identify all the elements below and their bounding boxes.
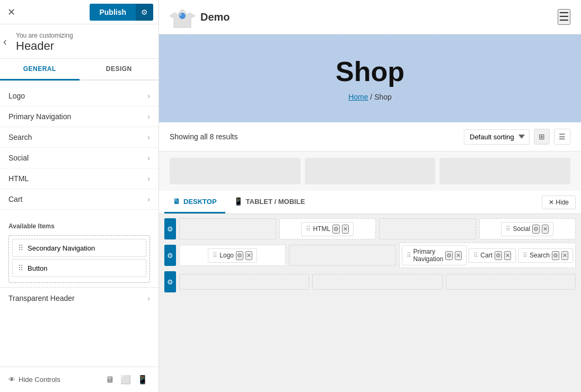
product-thumbnails — [159, 152, 581, 191]
drag-handle-icon: ⠿ — [407, 252, 411, 259]
tablet-view-button[interactable]: ⬜ — [118, 372, 133, 387]
section-title: Header — [16, 39, 150, 53]
widget-social-settings-button[interactable]: ⚙ — [532, 225, 540, 234]
menu-item-html[interactable]: HTML › — [0, 168, 159, 189]
widget-logo-settings-button[interactable]: ⚙ — [236, 251, 243, 260]
menu-item-search[interactable]: Search › — [0, 127, 159, 148]
row-cell-empty — [379, 218, 476, 239]
hero-breadcrumb: Home / Shop — [170, 93, 570, 101]
menu-items-list: Logo › Primary Navigation › Search › Soc… — [0, 81, 159, 215]
desktop-icon: 🖥 — [173, 197, 180, 206]
available-item-secondary-nav[interactable]: ⠿ Secondary Navigation — [12, 239, 146, 257]
row-cell-empty — [179, 218, 276, 239]
svg-point-0 — [179, 13, 186, 19]
tab-tablet-mobile[interactable]: 📱 TABLET / MOBILE — [225, 191, 314, 213]
row-cell-empty — [312, 274, 442, 290]
tab-desktop[interactable]: 🖥 DESKTOP — [164, 191, 225, 213]
back-button[interactable]: ‹ — [3, 35, 7, 48]
chevron-right-icon: › — [147, 174, 150, 183]
product-thumb — [305, 158, 436, 184]
publish-settings-button[interactable]: ⚙ — [136, 4, 153, 21]
row-cells-1: ⠿ HTML ⚙ ✕ ⠿ Social ⚙ ✕ — [179, 218, 576, 239]
drag-handle-icon: ⠿ — [473, 252, 478, 259]
hero-section: Shop Home / Shop — [159, 34, 581, 122]
gear-icon: ⚙ — [167, 252, 173, 260]
available-item-button[interactable]: ⠿ Button — [12, 259, 146, 277]
desktop-view-button[interactable]: 🖥 — [103, 372, 116, 387]
widget-social: ⠿ Social ⚙ ✕ — [501, 222, 553, 236]
row-cell-empty — [289, 245, 395, 266]
widget-primary-nav-remove-button[interactable]: ✕ — [455, 251, 462, 260]
gear-icon: ⚙ — [167, 225, 173, 233]
widget-search: ⠿ Search ⚙ ✕ — [518, 248, 573, 263]
available-items-section: Available Items ⠿ Secondary Navigation ⠿… — [0, 215, 159, 287]
hamburger-menu-button[interactable]: ☰ — [558, 9, 570, 25]
shop-toolbar: Showing all 8 results Default sorting ⊞ … — [159, 122, 581, 152]
available-items-box: ⠿ Secondary Navigation ⠿ Button — [8, 235, 150, 283]
hide-builder-button[interactable]: ✕ Hide — [542, 195, 576, 209]
builder-tabs: 🖥 DESKTOP 📱 TABLET / MOBILE ✕ Hide — [159, 191, 581, 214]
right-panel: Demo ☰ Shop Home / Shop Showing all 8 re… — [159, 0, 581, 392]
hero-title: Shop — [170, 56, 570, 87]
sort-select[interactable]: Default sorting — [464, 129, 530, 145]
widget-cart-remove-button[interactable]: ✕ — [504, 251, 511, 260]
builder-rows: ⚙ ⠿ HTML ⚙ ✕ ⠿ — [159, 214, 581, 297]
chevron-right-icon: › — [147, 195, 150, 203]
gear-icon: ⚙ — [167, 278, 173, 286]
list-view-button[interactable]: ☰ — [554, 129, 570, 145]
menu-item-social[interactable]: Social › — [0, 148, 159, 168]
menu-item-primary-navigation[interactable]: Primary Navigation › — [0, 106, 159, 127]
widget-search-settings-button[interactable]: ⚙ — [552, 251, 559, 260]
publish-area: Publish ⚙ — [90, 4, 153, 21]
grid-view-button[interactable]: ⊞ — [534, 129, 550, 145]
left-panel: ✕ Publish ⚙ ‹ You are customizing Header… — [0, 0, 159, 392]
drag-handle-icon: ⠿ — [213, 252, 217, 259]
widget-html-remove-button[interactable]: ✕ — [342, 225, 349, 234]
menu-item-logo[interactable]: Logo › — [0, 86, 159, 106]
row-cell-multi-widgets: ⠿ Primary Navigation ⚙ ✕ ⠿ Cart ⚙ ✕ — [399, 243, 576, 268]
site-header: Demo ☰ — [159, 0, 581, 34]
widget-social-remove-button[interactable]: ✕ — [542, 225, 549, 234]
widget-html-settings-button[interactable]: ⚙ — [332, 225, 340, 234]
row-settings-button-3[interactable]: ⚙ — [164, 271, 176, 292]
tab-general[interactable]: GENERAL — [0, 59, 80, 81]
publish-button[interactable]: Publish — [90, 4, 136, 21]
site-logo: Demo — [170, 4, 230, 30]
widget-cart-settings-button[interactable]: ⚙ — [495, 251, 502, 260]
drag-handle-icon: ⠿ — [306, 225, 311, 233]
tab-design[interactable]: DESIGN — [80, 59, 159, 81]
widget-search-remove-button[interactable]: ✕ — [561, 251, 568, 260]
row-settings-button-1[interactable]: ⚙ — [164, 218, 176, 239]
product-thumb — [439, 158, 570, 184]
gear-icon: ⚙ — [141, 8, 148, 16]
mobile-view-button[interactable]: 📱 — [135, 372, 150, 387]
eye-icon: 👁 — [8, 376, 15, 384]
row-cells-3 — [179, 274, 576, 290]
widget-logo-remove-button[interactable]: ✕ — [245, 251, 252, 260]
builder-row-2: ⚙ ⠿ Logo ⚙ ✕ ⠿ — [164, 243, 576, 268]
device-buttons: 🖥 ⬜ 📱 — [103, 372, 150, 387]
top-bar: ✕ Publish ⚙ — [0, 0, 159, 24]
breadcrumb-home-link[interactable]: Home — [348, 93, 368, 101]
customizing-section: ‹ You are customizing Header — [0, 24, 159, 59]
row-cell-logo: ⠿ Logo ⚙ ✕ — [179, 245, 286, 266]
widget-primary-navigation: ⠿ Primary Navigation ⚙ ✕ — [402, 245, 467, 265]
widget-primary-nav-settings-button[interactable]: ⚙ — [445, 251, 453, 260]
transparent-header-item[interactable]: Transparent Header › — [0, 287, 159, 309]
chevron-right-icon: › — [147, 92, 150, 100]
hide-controls-button[interactable]: 👁 Hide Controls — [8, 376, 60, 384]
widget-logo: ⠿ Logo ⚙ ✕ — [208, 248, 257, 263]
close-button[interactable]: ✕ — [5, 4, 17, 20]
builder-row-1: ⚙ ⠿ HTML ⚙ ✕ ⠿ — [164, 218, 576, 239]
chevron-right-icon: › — [147, 154, 150, 162]
row-cell-empty — [179, 274, 309, 290]
row-settings-button-2[interactable]: ⚙ — [164, 245, 176, 266]
bottom-bar: 👁 Hide Controls 🖥 ⬜ 📱 — [0, 367, 159, 392]
widget-cart: ⠿ Cart ⚙ ✕ — [469, 248, 516, 263]
drag-handle-icon: ⠿ — [506, 225, 510, 233]
row-cells-2: ⠿ Logo ⚙ ✕ ⠿ Primary Navigation ⚙ ✕ — [179, 243, 576, 268]
menu-item-cart[interactable]: Cart › — [0, 189, 159, 210]
chevron-right-icon: › — [147, 133, 150, 141]
drag-handle-icon: ⠿ — [523, 252, 527, 259]
tablet-icon: 📱 — [234, 197, 243, 206]
